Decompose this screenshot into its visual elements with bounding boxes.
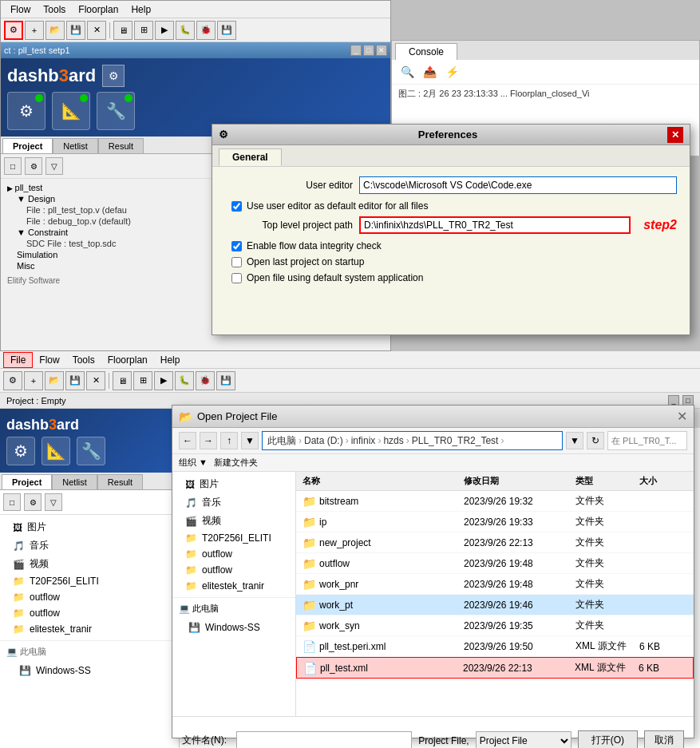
nav-up-btn[interactable]: ↑ — [220, 432, 238, 449]
b-chip-btn[interactable]: 💾 — [216, 371, 235, 390]
bottom-menu-tools[interactable]: Tools — [66, 353, 101, 367]
nav-dropdown-btn[interactable]: ▼ — [566, 432, 583, 449]
filename-input[interactable] — [236, 731, 412, 749]
fd-sidebar-outflow[interactable]: 📁 outflow — [172, 546, 295, 562]
run-btn[interactable]: ▶ — [155, 21, 174, 40]
console-search-btn[interactable]: 🔍 — [398, 63, 416, 81]
top-level-input[interactable] — [359, 216, 631, 234]
breadcrumb-item-1[interactable]: Data (D:) — [304, 435, 343, 446]
sidebar-t20f[interactable]: 📁 T20F256I_ELITI — [0, 573, 179, 589]
breadcrumb-item-0[interactable]: 此电脑 — [267, 434, 296, 448]
dashboard-settings-btn[interactable]: ⚙ — [102, 65, 125, 87]
maximize-btn[interactable]: □ — [363, 45, 374, 56]
sidebar-outflow1[interactable]: 📁 outflow — [0, 589, 179, 605]
filter-btn[interactable]: ▽ — [45, 157, 63, 175]
settings-btn[interactable]: ⚙ — [4, 21, 23, 40]
b-run-btn[interactable]: ▶ — [154, 371, 173, 390]
b-tab-result[interactable]: Result — [97, 474, 143, 489]
bottom-menu-floorplan[interactable]: Floorplan — [101, 353, 154, 367]
fd-sidebar-video[interactable]: 🎬 视频 — [172, 512, 295, 530]
file-row-work-syn[interactable]: 📁 work_syn 2023/9/26 19:35 文件夹 — [296, 615, 694, 636]
fd-sidebar-t20f[interactable]: 📁 T20F256I_ELITI — [172, 530, 295, 546]
file-search-input[interactable] — [607, 431, 687, 450]
close-btn[interactable]: ✕ — [87, 21, 106, 40]
open-file-btn[interactable]: 打开(O) — [578, 730, 638, 749]
filetype-dropdown[interactable]: Project File — [476, 731, 571, 749]
checkbox1[interactable] — [231, 201, 242, 212]
new-btn[interactable]: + — [25, 21, 44, 40]
minimize-btn[interactable]: _ — [350, 45, 362, 56]
b-close-btn[interactable]: ✕ — [86, 371, 105, 390]
b-save-btn[interactable]: 💾 — [65, 371, 85, 390]
breadcrumb-bar[interactable]: 此电脑 › Data (D:) › infinix › hzds › PLL_T… — [262, 431, 563, 450]
file-row-pll-xml[interactable]: 📄 pll_test.xml 2023/9/26 22:13 XML 源文件 6… — [296, 657, 694, 679]
sidebar-photos[interactable]: 🖼 图片 — [0, 518, 179, 536]
nav-back-btn[interactable]: ← — [179, 432, 196, 449]
b-monitor-btn[interactable]: 🖥 — [113, 371, 132, 390]
grid-btn[interactable]: ⊞ — [134, 21, 153, 40]
cancel-file-btn[interactable]: 取消 — [644, 730, 684, 749]
close-subwin-btn[interactable]: ✕ — [376, 45, 387, 56]
dash-icon-2[interactable]: 📐 — [52, 92, 90, 130]
b-settings-btn[interactable]: ⚙ — [3, 371, 22, 390]
breadcrumb-item-4[interactable]: PLL_TR0_TR2_Test — [412, 435, 499, 446]
user-editor-input[interactable] — [359, 176, 677, 194]
menu-flow[interactable]: Flow — [4, 2, 37, 17]
b-tab-netlist[interactable]: Netlist — [52, 474, 97, 489]
sidebar-elitestek[interactable]: 📁 elitestek_tranir — [0, 621, 179, 637]
b-filter-btn[interactable]: ▽ — [45, 493, 62, 511]
open-btn[interactable]: 📂 — [45, 21, 65, 40]
tab-result[interactable]: Result — [98, 138, 144, 153]
menu-floorplan[interactable]: Floorplan — [72, 2, 125, 17]
tab-netlist[interactable]: Netlist — [53, 138, 98, 153]
console-export-btn[interactable]: 📤 — [421, 63, 438, 81]
dialog-close-btn[interactable]: ✕ — [667, 127, 683, 143]
fd-sidebar-windows[interactable]: 💾 Windows-SS — [172, 619, 295, 635]
dash-icon-3[interactable]: 🔧 — [97, 92, 135, 130]
file-row-new-project[interactable]: 📁 new_project 2023/9/26 22:13 文件夹 — [296, 532, 694, 553]
save-btn[interactable]: 💾 — [66, 21, 85, 40]
bottom-menu-help[interactable]: Help — [154, 353, 187, 367]
bottom-menu-file[interactable]: File — [3, 352, 33, 368]
b-grid-btn[interactable]: ⊞ — [133, 371, 152, 390]
nav-forward-btn[interactable]: → — [200, 432, 217, 449]
fd-sidebar-outflow2[interactable]: 📁 outflow — [172, 562, 295, 578]
file-row-outflow[interactable]: 📁 outflow 2023/9/26 19:48 文件夹 — [296, 553, 694, 574]
breadcrumb-item-3[interactable]: hzds — [383, 435, 403, 446]
organize-btn[interactable]: 组织 ▼ — [179, 457, 208, 469]
new-folder-btn[interactable]: 新建文件夹 — [214, 457, 258, 469]
checkbox3[interactable] — [231, 257, 242, 267]
b-dash-icon-2[interactable]: 📐 — [42, 437, 70, 465]
breadcrumb-item-2[interactable]: infinix — [351, 435, 376, 446]
b-open-btn[interactable]: 📂 — [45, 371, 64, 390]
b-new-btn[interactable]: + — [24, 371, 43, 390]
fd-sidebar-elitestek[interactable]: 📁 elitestek_tranir — [172, 578, 295, 594]
nav-refresh-btn[interactable]: ↻ — [587, 432, 604, 449]
sidebar-music[interactable]: 🎵 音乐 — [0, 536, 179, 555]
nav-recent-btn[interactable]: ▼ — [241, 432, 259, 449]
action-btn-2[interactable]: ⚙ — [25, 157, 42, 175]
monitor-btn[interactable]: 🖥 — [113, 21, 132, 40]
bug2-btn[interactable]: 🐞 — [196, 21, 216, 40]
sidebar-outflow2[interactable]: 📁 outflow — [0, 605, 179, 621]
menu-tools[interactable]: Tools — [37, 2, 72, 17]
console-clear-btn[interactable]: ⚡ — [443, 63, 461, 81]
b-dash-icon-1[interactable]: ⚙ — [6, 437, 35, 465]
tab-project[interactable]: Project — [2, 138, 53, 153]
bottom-menu-flow[interactable]: Flow — [33, 353, 65, 367]
file-row-work-pnr[interactable]: 📁 work_pnr 2023/9/26 19:48 文件夹 — [296, 574, 694, 595]
chip-btn[interactable]: 💾 — [217, 21, 236, 40]
file-row-ip[interactable]: 📁 ip 2023/9/26 19:33 文件夹 — [296, 512, 694, 532]
b-bug2-btn[interactable]: 🐞 — [196, 371, 215, 390]
file-row-bitstream[interactable]: 📁 bitstream 2023/9/26 19:32 文件夹 — [296, 491, 694, 512]
b-action-btn-1[interactable]: □ — [3, 493, 21, 511]
pref-tab-general[interactable]: General — [219, 148, 282, 166]
file-dialog-close-btn[interactable]: ✕ — [677, 409, 687, 424]
sidebar-windows[interactable]: 💾 Windows-SS — [0, 663, 179, 679]
menu-help[interactable]: Help — [125, 2, 157, 17]
b-dash-icon-3[interactable]: 🔧 — [77, 437, 105, 465]
console-tab[interactable]: Console — [395, 43, 457, 60]
b-action-btn-2[interactable]: ⚙ — [24, 493, 42, 511]
fd-sidebar-photos[interactable]: 🖼 图片 — [172, 475, 295, 493]
b-tab-project[interactable]: Project — [2, 474, 52, 489]
